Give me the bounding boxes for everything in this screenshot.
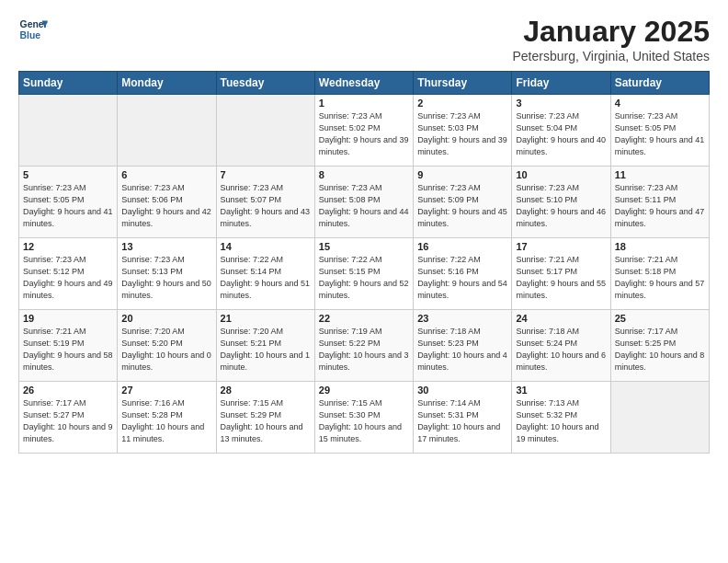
calendar-cell: 1Sunrise: 7:23 AM Sunset: 5:02 PM Daylig… <box>314 95 413 167</box>
calendar-cell: 26Sunrise: 7:17 AM Sunset: 5:27 PM Dayli… <box>19 382 118 454</box>
weekday-header-saturday: Saturday <box>610 72 709 95</box>
calendar-cell <box>216 95 314 167</box>
calendar-cell: 3Sunrise: 7:23 AM Sunset: 5:04 PM Daylig… <box>512 95 610 167</box>
calendar-cell: 14Sunrise: 7:22 AM Sunset: 5:14 PM Dayli… <box>216 238 314 310</box>
day-info: Sunrise: 7:19 AM Sunset: 5:22 PM Dayligh… <box>319 326 409 373</box>
day-info: Sunrise: 7:23 AM Sunset: 5:05 PM Dayligh… <box>615 110 705 158</box>
day-info: Sunrise: 7:21 AM Sunset: 5:18 PM Dayligh… <box>615 254 705 302</box>
day-info: Sunrise: 7:17 AM Sunset: 5:27 PM Dayligh… <box>23 397 113 445</box>
day-number: 20 <box>121 313 211 324</box>
calendar-cell: 20Sunrise: 7:20 AM Sunset: 5:20 PM Dayli… <box>118 310 216 382</box>
calendar-cell: 22Sunrise: 7:19 AM Sunset: 5:22 PM Dayli… <box>314 310 413 382</box>
day-info: Sunrise: 7:23 AM Sunset: 5:02 PM Dayligh… <box>319 110 409 158</box>
calendar-cell: 16Sunrise: 7:22 AM Sunset: 5:16 PM Dayli… <box>414 238 512 310</box>
day-number: 29 <box>319 385 409 396</box>
calendar-cell: 9Sunrise: 7:23 AM Sunset: 5:09 PM Daylig… <box>414 167 512 238</box>
calendar-cell <box>610 382 709 454</box>
calendar-cell <box>19 95 118 167</box>
day-number: 18 <box>615 241 705 252</box>
day-info: Sunrise: 7:23 AM Sunset: 5:05 PM Dayligh… <box>23 182 113 230</box>
day-info: Sunrise: 7:23 AM Sunset: 5:08 PM Dayligh… <box>319 182 409 230</box>
calendar-cell: 6Sunrise: 7:23 AM Sunset: 5:06 PM Daylig… <box>118 167 216 238</box>
location-subtitle: Petersburg, Virginia, United States <box>512 49 710 63</box>
day-number: 22 <box>319 313 409 324</box>
month-title: January 2025 <box>512 15 710 49</box>
day-info: Sunrise: 7:23 AM Sunset: 5:11 PM Dayligh… <box>615 182 705 230</box>
day-number: 16 <box>417 241 507 252</box>
weekday-header-row: SundayMondayTuesdayWednesdayThursdayFrid… <box>19 72 710 95</box>
calendar-cell: 8Sunrise: 7:23 AM Sunset: 5:08 PM Daylig… <box>314 167 413 238</box>
calendar-cell: 4Sunrise: 7:23 AM Sunset: 5:05 PM Daylig… <box>610 95 709 167</box>
calendar-cell <box>118 95 216 167</box>
day-number: 25 <box>615 313 705 324</box>
day-info: Sunrise: 7:23 AM Sunset: 5:06 PM Dayligh… <box>121 182 211 230</box>
day-info: Sunrise: 7:16 AM Sunset: 5:28 PM Dayligh… <box>121 397 211 445</box>
calendar-cell: 27Sunrise: 7:16 AM Sunset: 5:28 PM Dayli… <box>118 382 216 454</box>
calendar-cell: 23Sunrise: 7:18 AM Sunset: 5:23 PM Dayli… <box>414 310 512 382</box>
logo: General Blue <box>18 15 48 44</box>
day-number: 7 <box>221 169 311 180</box>
day-info: Sunrise: 7:18 AM Sunset: 5:23 PM Dayligh… <box>417 326 507 373</box>
day-info: Sunrise: 7:23 AM Sunset: 5:10 PM Dayligh… <box>516 182 606 230</box>
weekday-header-tuesday: Tuesday <box>216 72 314 95</box>
day-number: 9 <box>417 169 507 180</box>
week-row-4: 19Sunrise: 7:21 AM Sunset: 5:19 PM Dayli… <box>19 310 710 382</box>
calendar-cell: 19Sunrise: 7:21 AM Sunset: 5:19 PM Dayli… <box>19 310 118 382</box>
calendar-cell: 13Sunrise: 7:23 AM Sunset: 5:13 PM Dayli… <box>118 238 216 310</box>
day-info: Sunrise: 7:22 AM Sunset: 5:16 PM Dayligh… <box>417 254 507 302</box>
week-row-3: 12Sunrise: 7:23 AM Sunset: 5:12 PM Dayli… <box>19 238 710 310</box>
day-number: 1 <box>319 98 409 109</box>
calendar-cell: 7Sunrise: 7:23 AM Sunset: 5:07 PM Daylig… <box>216 167 314 238</box>
weekday-header-thursday: Thursday <box>414 72 512 95</box>
svg-text:Blue: Blue <box>20 30 41 40</box>
day-number: 24 <box>516 313 606 324</box>
calendar-cell: 24Sunrise: 7:18 AM Sunset: 5:24 PM Dayli… <box>512 310 610 382</box>
day-number: 5 <box>23 169 113 180</box>
week-row-5: 26Sunrise: 7:17 AM Sunset: 5:27 PM Dayli… <box>19 382 710 454</box>
calendar-cell: 5Sunrise: 7:23 AM Sunset: 5:05 PM Daylig… <box>19 167 118 238</box>
weekday-header-wednesday: Wednesday <box>314 72 413 95</box>
day-info: Sunrise: 7:20 AM Sunset: 5:20 PM Dayligh… <box>121 326 211 373</box>
day-number: 4 <box>615 98 705 109</box>
day-number: 13 <box>121 241 211 252</box>
weekday-header-sunday: Sunday <box>19 72 118 95</box>
day-info: Sunrise: 7:20 AM Sunset: 5:21 PM Dayligh… <box>221 326 311 373</box>
calendar-cell: 30Sunrise: 7:14 AM Sunset: 5:31 PM Dayli… <box>414 382 512 454</box>
day-number: 30 <box>417 385 507 396</box>
day-number: 31 <box>516 385 606 396</box>
title-block: January 2025 Petersburg, Virginia, Unite… <box>512 15 710 63</box>
day-info: Sunrise: 7:23 AM Sunset: 5:04 PM Dayligh… <box>516 110 606 158</box>
day-number: 14 <box>221 241 311 252</box>
day-number: 11 <box>615 169 705 180</box>
weekday-header-friday: Friday <box>512 72 610 95</box>
day-info: Sunrise: 7:23 AM Sunset: 5:03 PM Dayligh… <box>417 110 507 158</box>
day-info: Sunrise: 7:22 AM Sunset: 5:15 PM Dayligh… <box>319 254 409 302</box>
calendar-cell: 2Sunrise: 7:23 AM Sunset: 5:03 PM Daylig… <box>414 95 512 167</box>
calendar-cell: 12Sunrise: 7:23 AM Sunset: 5:12 PM Dayli… <box>19 238 118 310</box>
day-info: Sunrise: 7:13 AM Sunset: 5:32 PM Dayligh… <box>516 397 606 445</box>
day-number: 3 <box>516 98 606 109</box>
calendar-cell: 25Sunrise: 7:17 AM Sunset: 5:25 PM Dayli… <box>610 310 709 382</box>
day-number: 23 <box>417 313 507 324</box>
day-info: Sunrise: 7:23 AM Sunset: 5:09 PM Dayligh… <box>417 182 507 230</box>
calendar-cell: 15Sunrise: 7:22 AM Sunset: 5:15 PM Dayli… <box>314 238 413 310</box>
calendar-cell: 31Sunrise: 7:13 AM Sunset: 5:32 PM Dayli… <box>512 382 610 454</box>
day-info: Sunrise: 7:18 AM Sunset: 5:24 PM Dayligh… <box>516 326 606 373</box>
day-info: Sunrise: 7:14 AM Sunset: 5:31 PM Dayligh… <box>417 397 507 445</box>
logo-icon: General Blue <box>18 15 48 44</box>
day-info: Sunrise: 7:22 AM Sunset: 5:14 PM Dayligh… <box>221 254 311 302</box>
day-number: 15 <box>319 241 409 252</box>
calendar-cell: 21Sunrise: 7:20 AM Sunset: 5:21 PM Dayli… <box>216 310 314 382</box>
calendar-table: SundayMondayTuesdayWednesdayThursdayFrid… <box>18 71 710 454</box>
calendar-cell: 10Sunrise: 7:23 AM Sunset: 5:10 PM Dayli… <box>512 167 610 238</box>
day-info: Sunrise: 7:23 AM Sunset: 5:07 PM Dayligh… <box>221 182 311 230</box>
day-info: Sunrise: 7:23 AM Sunset: 5:13 PM Dayligh… <box>121 254 211 302</box>
calendar-cell: 17Sunrise: 7:21 AM Sunset: 5:17 PM Dayli… <box>512 238 610 310</box>
day-info: Sunrise: 7:15 AM Sunset: 5:29 PM Dayligh… <box>221 397 311 445</box>
day-info: Sunrise: 7:21 AM Sunset: 5:19 PM Dayligh… <box>23 326 113 373</box>
day-number: 8 <box>319 169 409 180</box>
day-number: 2 <box>417 98 507 109</box>
calendar-cell: 11Sunrise: 7:23 AM Sunset: 5:11 PM Dayli… <box>610 167 709 238</box>
calendar-cell: 28Sunrise: 7:15 AM Sunset: 5:29 PM Dayli… <box>216 382 314 454</box>
day-number: 19 <box>23 313 113 324</box>
